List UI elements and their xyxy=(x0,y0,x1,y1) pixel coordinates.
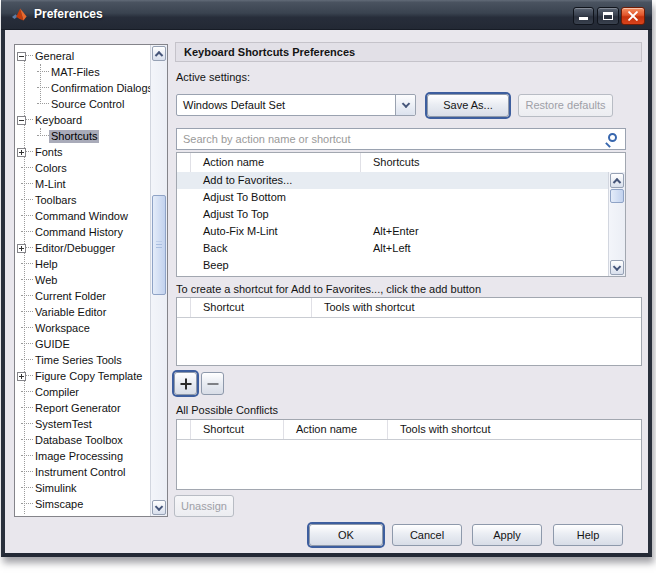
search-box[interactable] xyxy=(176,128,626,150)
table-row[interactable]: BackAlt+Left xyxy=(177,240,608,257)
conflicts-table-header: ShortcutAction nameTools with shortcut xyxy=(177,420,641,440)
tree-item-guide[interactable]: GUIDE xyxy=(15,336,150,352)
tree-item-simscape[interactable]: Simscape xyxy=(15,496,150,512)
tree-item-label: Simscape xyxy=(33,498,85,511)
title-bar[interactable]: Preferences xyxy=(1,0,652,30)
expand-toggle-icon[interactable] xyxy=(17,244,26,253)
tree-item-current-folder[interactable]: Current Folder xyxy=(15,288,150,304)
tree-item-label: Image Processing xyxy=(33,450,125,463)
actions-scrollbar[interactable] xyxy=(608,172,625,276)
maximize-button[interactable] xyxy=(597,7,619,25)
column-header[interactable]: Tools with shortcut xyxy=(312,298,641,317)
combo-dropdown-button[interactable] xyxy=(395,95,415,115)
column-header[interactable]: Shortcut xyxy=(191,298,312,317)
tree-item-compiler[interactable]: Compiler xyxy=(15,384,150,400)
actions-table-header: Action nameShortcuts xyxy=(177,153,625,173)
column-header[interactable] xyxy=(177,420,191,439)
tree-item-instrument-control[interactable]: Instrument Control xyxy=(15,464,150,480)
active-settings-select[interactable]: Windows Default Set xyxy=(176,94,416,116)
table-row[interactable]: Adjust To Bottom xyxy=(177,189,608,206)
scroll-up-button[interactable] xyxy=(152,46,166,61)
cancel-button[interactable]: Cancel xyxy=(392,524,462,546)
remove-shortcut-button[interactable] xyxy=(201,372,224,395)
collapse-toggle-icon[interactable] xyxy=(17,52,26,61)
matlab-logo-icon xyxy=(12,7,28,23)
tree-item-figure-copy-template[interactable]: Figure Copy Template xyxy=(15,368,150,384)
table-row[interactable]: Auto-Fix M-LintAlt+Enter xyxy=(177,223,608,240)
tree-item-editor-debugger[interactable]: Editor/Debugger xyxy=(15,240,150,256)
tree-item-colors[interactable]: Colors xyxy=(15,160,150,176)
tree-item-label: Instrument Control xyxy=(33,466,127,479)
tree-item-image-processing[interactable]: Image Processing xyxy=(15,448,150,464)
column-header[interactable]: Shortcuts xyxy=(361,153,625,172)
tree-scrollbar-thumb[interactable] xyxy=(152,195,166,295)
tree-item-label: Workspace xyxy=(33,322,92,335)
ok-button[interactable]: OK xyxy=(309,524,383,546)
column-header[interactable]: Tools with shortcut xyxy=(388,420,641,439)
search-icon[interactable] xyxy=(604,133,617,146)
scroll-up-button[interactable] xyxy=(610,173,624,188)
save-as-button[interactable]: Save As... xyxy=(427,94,509,117)
table-row[interactable]: Add to Favorites... xyxy=(177,172,608,189)
search-input[interactable] xyxy=(177,129,603,149)
tree-item-systemtest[interactable]: SystemTest xyxy=(15,416,150,432)
scroll-down-button[interactable] xyxy=(152,500,166,515)
tree-scrollbar[interactable] xyxy=(150,45,167,516)
tree-item-workspace[interactable]: Workspace xyxy=(15,320,150,336)
action-name-cell: Back xyxy=(191,240,361,257)
tree-item-m-lint[interactable]: M-Lint xyxy=(15,176,150,192)
actions-scrollbar-thumb[interactable] xyxy=(610,189,624,203)
help-button[interactable]: Help xyxy=(553,524,623,546)
add-shortcut-button[interactable] xyxy=(174,372,197,395)
chevron-down-icon xyxy=(613,262,621,270)
tree-item-label: Time Series Tools xyxy=(33,354,124,367)
tree-item-label: Simulink xyxy=(33,482,79,495)
expand-toggle-icon[interactable] xyxy=(17,516,26,517)
tree-item-confirmation-dialogs[interactable]: Confirmation Dialogs xyxy=(15,80,150,96)
column-header[interactable] xyxy=(177,298,191,317)
shortcut-cell: Alt+Left xyxy=(361,240,608,257)
apply-button[interactable]: Apply xyxy=(472,524,542,546)
tree-item-report-generator[interactable]: Report Generator xyxy=(15,400,150,416)
tree-item-shortcuts[interactable]: Shortcuts xyxy=(15,128,150,144)
scroll-down-button[interactable] xyxy=(610,260,624,275)
tree-item-label: Editor/Debugger xyxy=(33,242,117,255)
tree-item-command-window[interactable]: Command Window xyxy=(15,208,150,224)
collapse-toggle-icon[interactable] xyxy=(17,116,26,125)
tree-item-general[interactable]: General xyxy=(15,48,150,64)
table-row[interactable]: Beep xyxy=(177,257,608,274)
column-header[interactable]: Action name xyxy=(191,153,361,172)
tree-item-web[interactable]: Web xyxy=(15,272,150,288)
dialog-content: GeneralMAT-FilesConfirmation DialogsSour… xyxy=(5,30,648,553)
tree-item-mat-files[interactable]: MAT-Files xyxy=(15,64,150,80)
close-button[interactable] xyxy=(621,7,645,25)
tree-item-command-history[interactable]: Command History xyxy=(15,224,150,240)
tree-item-simulink[interactable]: Simulink xyxy=(15,480,150,496)
tree-item-database-toolbox[interactable]: Database Toolbox xyxy=(15,432,150,448)
action-name-cell: Beep xyxy=(191,257,361,274)
actions-table: Action nameShortcuts Add to Favorites...… xyxy=(176,152,626,277)
tree-item-source-control[interactable]: Source Control xyxy=(15,96,150,112)
tree-item-label: Variable Editor xyxy=(33,306,108,319)
tree-item-simulink-3d-animation[interactable]: Simulink 3D Animation xyxy=(15,512,150,516)
table-row[interactable]: Adjust To Top xyxy=(177,206,608,223)
column-header[interactable] xyxy=(177,153,191,172)
tree-item-label: Fonts xyxy=(33,146,65,159)
actions-table-body: Add to Favorites...Adjust To BottomAdjus… xyxy=(177,172,608,276)
expand-toggle-icon[interactable] xyxy=(17,372,26,381)
tree-item-fonts[interactable]: Fonts xyxy=(15,144,150,160)
tree-item-time-series-tools[interactable]: Time Series Tools xyxy=(15,352,150,368)
minimize-button[interactable] xyxy=(573,7,594,25)
tree-item-variable-editor[interactable]: Variable Editor xyxy=(15,304,150,320)
tree-item-label: Figure Copy Template xyxy=(33,370,144,383)
column-header[interactable]: Shortcut xyxy=(191,420,284,439)
tree-item-label: M-Lint xyxy=(33,178,68,191)
expand-toggle-icon[interactable] xyxy=(17,148,26,157)
tree-item-help[interactable]: Help xyxy=(15,256,150,272)
column-header[interactable]: Action name xyxy=(284,420,388,439)
tree-item-label: Current Folder xyxy=(33,290,108,303)
tree-item-label: Simulink 3D Animation xyxy=(33,514,147,517)
tree-item-label: SystemTest xyxy=(33,418,94,431)
tree-item-toolbars[interactable]: Toolbars xyxy=(15,192,150,208)
tree-item-keyboard[interactable]: Keyboard xyxy=(15,112,150,128)
